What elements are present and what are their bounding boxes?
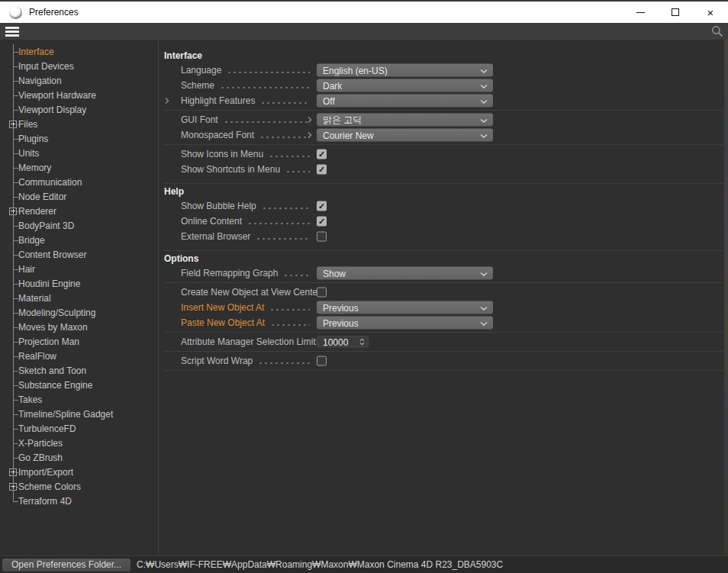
tree-branch bbox=[0, 247, 18, 262]
setting-row-show-shortcuts-in-menu: Show Shortcuts in Menu✓ bbox=[159, 162, 728, 177]
checkbox-online-content[interactable]: ✓ bbox=[317, 217, 327, 227]
checkbox-external-browser[interactable] bbox=[317, 232, 327, 242]
chevron-down-icon bbox=[480, 95, 488, 106]
checkbox-create-new-object-at-view-center[interactable] bbox=[317, 288, 327, 298]
sidebar-item-label: Input Devices bbox=[18, 61, 74, 72]
search-icon[interactable] bbox=[711, 25, 723, 37]
setting-row-script-word-wrap: Script Word Wrap bbox=[159, 353, 728, 369]
spinner-arrows[interactable] bbox=[359, 337, 365, 347]
dropdown-monospaced-font[interactable]: Courier New bbox=[317, 129, 493, 142]
setting-label-cell: Attribute Manager Selection Limit bbox=[181, 334, 314, 349]
dropdown-field-remapping-graph[interactable]: Show bbox=[317, 267, 493, 280]
setting-label: Show Bubble Help bbox=[181, 201, 256, 211]
dotted-leader bbox=[283, 274, 310, 277]
sidebar-item-timeline-spline-gadget[interactable]: Timeline/Spline Gadget bbox=[0, 407, 158, 421]
sidebar-item-modeling-sculpting[interactable]: Modeling/Sculpting bbox=[0, 305, 158, 320]
sidebar-item-x-particles[interactable]: X-Particles bbox=[0, 436, 158, 450]
sidebar-item-realflow[interactable]: RealFlow bbox=[0, 349, 158, 363]
maximize-button[interactable] bbox=[658, 2, 693, 23]
checkbox-show-shortcuts-in-menu[interactable]: ✓ bbox=[317, 165, 327, 175]
dropdown-scheme[interactable]: Dark bbox=[317, 79, 493, 92]
sidebar-item-label: Renderer bbox=[18, 206, 56, 217]
checkbox-show-icons-in-menu[interactable]: ✓ bbox=[317, 150, 327, 159]
sidebar-item-label: Node Editor bbox=[18, 192, 66, 202]
dotted-leader bbox=[256, 237, 310, 240]
sidebar-item-viewport-display[interactable]: Viewport Display bbox=[0, 102, 158, 117]
sidebar-item-communication[interactable]: Communication bbox=[0, 175, 158, 189]
expand-plus-icon[interactable] bbox=[9, 208, 17, 215]
hamburger-menu-icon[interactable] bbox=[5, 25, 20, 38]
sidebar-item-label: X-Particles bbox=[18, 438, 63, 449]
sidebar-item-bodypaint-3d[interactable]: BodyPaint 3D bbox=[0, 218, 158, 233]
setting-label-cell: Online Content bbox=[181, 214, 314, 229]
chevron-down-icon bbox=[480, 80, 488, 91]
sidebar-item-takes[interactable]: Takes bbox=[0, 392, 158, 407]
sidebar-item-label: Communication bbox=[18, 177, 82, 188]
section-heading-help: Help bbox=[159, 185, 728, 198]
setting-row-field-remapping-graph: Field Remapping GraphShow bbox=[159, 266, 728, 281]
sidebar-item-substance-engine[interactable]: Substance Engine bbox=[0, 378, 158, 392]
sidebar-item-navigation[interactable]: Navigation bbox=[0, 73, 158, 88]
sidebar-item-terraform-4d[interactable]: Terraform 4D bbox=[0, 494, 158, 508]
sidebar-item-bridge[interactable]: Bridge bbox=[0, 233, 158, 247]
sidebar-item-material[interactable]: Material bbox=[0, 291, 158, 305]
minimize-button[interactable] bbox=[623, 2, 658, 23]
font-detail-arrow-icon[interactable] bbox=[308, 132, 312, 139]
sidebar-item-go-zbrush[interactable]: Go ZBrush bbox=[0, 450, 158, 465]
sidebar-item-hair[interactable]: Hair bbox=[0, 262, 158, 276]
sidebar-item-files[interactable]: Files bbox=[0, 117, 158, 131]
sidebar-item-import-export[interactable]: Import/Export bbox=[0, 465, 158, 479]
expand-plus-icon[interactable] bbox=[9, 468, 17, 476]
setting-row-insert-new-object-at: Insert New Object AtPrevious bbox=[159, 300, 728, 315]
divider bbox=[164, 183, 723, 184]
cinema4d-app-icon bbox=[9, 6, 22, 19]
sidebar-item-input-devices[interactable]: Input Devices bbox=[0, 59, 158, 73]
setting-label: Show Shortcuts in Menu bbox=[181, 164, 280, 175]
sidebar-item-label: Projection Man bbox=[18, 336, 79, 347]
dotted-leader bbox=[247, 222, 310, 225]
dropdown-value: 맑은 고딕 bbox=[323, 114, 362, 127]
section-heading-interface: Interface bbox=[159, 49, 728, 63]
sidebar-item-content-browser[interactable]: Content Browser bbox=[0, 247, 158, 262]
expand-plus-icon[interactable] bbox=[9, 483, 17, 491]
sidebar-item-turbulencefd[interactable]: TurbulenceFD bbox=[0, 421, 158, 436]
sidebar-item-units[interactable]: Units bbox=[0, 146, 158, 160]
sidebar-item-moves-by-maxon[interactable]: Moves by Maxon bbox=[0, 320, 158, 334]
sidebar-item-houdini-engine[interactable]: Houdini Engine bbox=[0, 276, 158, 291]
chevron-down-icon bbox=[480, 130, 488, 140]
open-preferences-folder-button[interactable]: Open Preferences Folder... bbox=[2, 559, 130, 571]
tree-branch bbox=[0, 189, 18, 204]
dropdown-gui-font[interactable]: 맑은 고딕 bbox=[317, 114, 493, 127]
sidebar-item-viewport-hardware[interactable]: Viewport Hardware bbox=[0, 88, 158, 102]
sidebar-item-sketch-and-toon[interactable]: Sketch and Toon bbox=[0, 363, 158, 378]
sidebar-item-projection-man[interactable]: Projection Man bbox=[0, 334, 158, 349]
sidebar-item-plugins[interactable]: Plugins bbox=[0, 131, 158, 146]
number-input-attribute-manager-selection-limit[interactable]: 10000 bbox=[317, 336, 369, 348]
sidebar-item-node-editor[interactable]: Node Editor bbox=[0, 189, 158, 204]
dropdown-insert-new-object-at[interactable]: Previous bbox=[317, 301, 493, 314]
checkbox-cell: ✓ bbox=[317, 165, 327, 175]
dropdown-language[interactable]: English (en-US) bbox=[317, 64, 493, 77]
sidebar-item-label: Bridge bbox=[18, 235, 45, 246]
dropdown-paste-new-object-at[interactable]: Previous bbox=[317, 317, 493, 330]
sidebar-item-scheme-colors[interactable]: Scheme Colors bbox=[0, 479, 158, 494]
sidebar-item-memory[interactable]: Memory bbox=[0, 160, 158, 175]
dotted-leader bbox=[227, 71, 310, 74]
row-expander-icon[interactable] bbox=[165, 98, 169, 105]
tree-branch bbox=[0, 479, 18, 494]
sidebar-item-label: Modeling/Sculpting bbox=[18, 307, 95, 318]
checkbox-show-bubble-help[interactable]: ✓ bbox=[317, 201, 327, 211]
setting-label-cell: Highlight Features bbox=[181, 93, 314, 108]
close-button[interactable]: × bbox=[693, 2, 728, 23]
checkbox-script-word-wrap[interactable] bbox=[317, 356, 327, 366]
settings-panel: InterfaceLanguageEnglish (en-US)SchemeDa… bbox=[159, 40, 728, 555]
tree-branch bbox=[0, 334, 18, 349]
font-detail-arrow-icon[interactable] bbox=[308, 117, 312, 124]
sidebar-item-renderer[interactable]: Renderer bbox=[0, 204, 158, 218]
tree-branch bbox=[0, 88, 18, 102]
dotted-leader bbox=[262, 207, 310, 210]
expand-plus-icon[interactable] bbox=[9, 121, 17, 128]
sidebar-item-label: Takes bbox=[18, 394, 42, 405]
sidebar-item-interface[interactable]: Interface bbox=[0, 44, 158, 59]
dropdown-highlight-features[interactable]: Off bbox=[317, 95, 493, 108]
